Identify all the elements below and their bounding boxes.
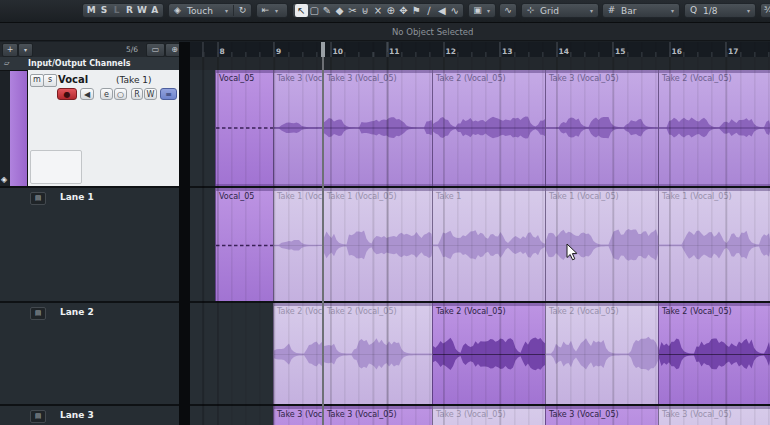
add-track-button[interactable]: + — [2, 43, 18, 57]
lane-display-button[interactable]: ▤ — [30, 307, 46, 320]
edit-channel-button[interactable]: e — [100, 88, 113, 100]
chevron-down-icon[interactable]: ▾ — [668, 7, 677, 14]
audio-event[interactable]: Take 2 (Vocal_05) — [658, 303, 770, 406]
track-name[interactable]: Vocal — [58, 74, 88, 85]
audio-event[interactable]: Take 3 (Vocal_05) — [658, 406, 770, 425]
chevron-down-icon[interactable]: ▾ — [272, 7, 281, 14]
lane-display-button[interactable]: ▤ — [30, 410, 46, 423]
automation-mode-value[interactable]: Touch — [184, 6, 222, 16]
grid-type-group: # Bar ▾ — [602, 3, 680, 18]
draw-tool[interactable]: ✎ — [321, 4, 334, 17]
scrub-tool[interactable]: ∿ — [448, 4, 461, 17]
audio-event[interactable]: Take 1 (Vocal_05) — [658, 188, 770, 303]
audio-event[interactable]: Take 1 — [432, 188, 545, 303]
automation-w-button[interactable]: W — [136, 4, 149, 17]
erase-tool[interactable]: ◆ — [333, 4, 346, 17]
color-tool-button[interactable]: ▣ — [471, 4, 484, 17]
read-automation-button[interactable]: R — [131, 88, 143, 100]
audio-event[interactable]: Take 2 (Vocal_05) — [432, 70, 545, 186]
audition-tool[interactable]: ◀ — [435, 4, 448, 17]
lane-display-button[interactable]: ▤ — [30, 192, 46, 205]
audio-event[interactable]: Take 3 (Vocal_05) — [545, 70, 658, 186]
record-arm-button[interactable]: ● — [57, 88, 77, 100]
chevron-down-icon[interactable]: ▾ — [587, 7, 596, 14]
monitor-button[interactable]: ◀ — [80, 88, 94, 100]
bar-number: 14 — [559, 47, 569, 56]
add-track-menu-button[interactable]: ▾ — [18, 43, 33, 57]
event-label: Take 3 (Vocal_05) — [327, 410, 397, 419]
event-label: Take 1 (Vocal_05) — [277, 192, 323, 201]
audio-event[interactable]: Take 3 (Vocal_05) — [273, 406, 323, 425]
audio-event[interactable]: Take 3 (Vocal_05) — [432, 406, 545, 425]
automation-r-button[interactable]: R — [123, 4, 136, 17]
automation-m-button[interactable]: M — [85, 4, 98, 17]
snap-type-value[interactable]: Grid — [537, 6, 587, 16]
automation-l-button[interactable]: L — [110, 4, 123, 17]
audio-event[interactable]: Take 1 (Vocal_05) — [323, 188, 432, 303]
audio-event[interactable]: Take 1 (Vocal_05) — [545, 188, 658, 303]
timeline-ruler[interactable]: 891011121314151617 — [190, 42, 770, 58]
audio-event[interactable]: Take 2 (Vocal_05) — [545, 303, 658, 406]
track-list-config-button[interactable]: ▭ — [146, 43, 165, 57]
audio-event[interactable]: Take 3 (Vocal_05) — [545, 406, 658, 425]
audio-event[interactable]: Take 3 (Vocal_05) — [323, 406, 432, 425]
split-tool[interactable]: ✂ — [346, 4, 359, 17]
chevron-down-icon[interactable]: ▾ — [484, 7, 493, 14]
zoom-tool[interactable]: ⊕ — [384, 4, 397, 17]
folder-icon: ▱ — [4, 59, 9, 67]
comp-tool[interactable]: ✥ — [397, 4, 410, 17]
audio-event[interactable]: Vocal_05 — [215, 188, 273, 303]
glue-tool[interactable]: ⊎ — [359, 4, 372, 17]
audio-event[interactable]: Take 3 (Vocal_05) — [273, 70, 323, 186]
solo-button[interactable]: s — [43, 74, 57, 87]
auto-scroll-button[interactable]: ⇤ — [259, 4, 272, 17]
lane-header-3[interactable]: ▤Lane 3 — [0, 404, 179, 425]
track-list-divider[interactable] — [179, 42, 190, 425]
audio-event[interactable]: Take 2 (Vocal_05) — [273, 303, 323, 406]
range-selection-tool[interactable]: ▢ — [308, 4, 321, 17]
bar-number: 9 — [276, 47, 281, 56]
lane-header-1[interactable]: ▤Lane 1 — [0, 186, 179, 301]
event-label: Take 2 (Vocal_05) — [277, 307, 323, 316]
io-channels-track[interactable]: ▱ Input/Output Channels — [0, 57, 179, 71]
event-label: Take 2 (Vocal_05) — [662, 74, 732, 83]
audio-event[interactable]: Take 2 (Vocal_05) — [432, 303, 545, 406]
lane-header-2[interactable]: ▤Lane 2 — [0, 301, 179, 404]
audio-event[interactable]: Take 1 (Vocal_05) — [273, 188, 323, 303]
audio-event[interactable]: Vocal_05 — [215, 70, 273, 186]
quantize-panel-button[interactable]: ¾ — [760, 3, 770, 18]
cubase-project-window: MSLRWA ◈ Touch ▾ ↻ ⇤ ▾ ↖▢✎◆✂⊎×⊕✥⚑∕◀∿ ▣ ▾… — [0, 0, 770, 425]
chevron-down-icon[interactable]: ▾ — [744, 7, 753, 14]
grid-type-value[interactable]: Bar — [618, 6, 668, 16]
object-selection-tool[interactable]: ↖ — [295, 4, 308, 17]
line-tool[interactable]: ∕ — [423, 4, 436, 17]
write-automation-button[interactable]: W — [144, 88, 157, 100]
inserts-placeholder-box — [30, 150, 82, 184]
active-take-label: (Take 1) — [116, 75, 152, 85]
vocal-track-events: Vocal_05Take 3 (Vocal_05)Take 3 (Vocal_0… — [190, 70, 770, 186]
project-cursor[interactable] — [322, 42, 324, 425]
event-label: Take 3 (Vocal_05) — [662, 410, 732, 419]
quantize-value[interactable]: 1/8 — [700, 6, 744, 16]
audio-event[interactable]: Take 2 (Vocal_05) — [658, 70, 770, 186]
audio-event[interactable]: Take 3 (Vocal_05) — [323, 70, 432, 186]
bar-number: 15 — [615, 47, 625, 56]
event-label: Vocal_05 — [219, 192, 254, 201]
event-label: Take 3 (Vocal_05) — [549, 74, 619, 83]
automation-s-button[interactable]: S — [98, 4, 111, 17]
show-lanes-button[interactable]: ≡ — [160, 88, 177, 100]
mute-button[interactable]: m — [30, 74, 44, 87]
chevron-down-icon[interactable]: ▾ — [222, 7, 231, 14]
event-label: Take 1 (Vocal_05) — [549, 192, 619, 201]
mute-tool[interactable]: × — [372, 4, 385, 17]
automation-panel-button[interactable]: ↻ — [236, 4, 249, 17]
audio-event[interactable]: Take 2 (Vocal_05) — [323, 303, 432, 406]
automation-a-button[interactable]: A — [148, 4, 161, 17]
marker-flag-tool[interactable]: ⚑ — [410, 4, 423, 17]
tool-buttons-group: ↖▢✎◆✂⊎×⊕✥⚑∕◀∿ — [292, 3, 464, 18]
snap-zero-crossing-button[interactable]: ∿ — [499, 3, 517, 18]
freeze-button[interactable]: ○ — [114, 88, 127, 100]
auto-scroll-group: ⇤ ▾ — [256, 3, 288, 18]
vocal-track-header[interactable]: m s Vocal (Take 1) ● ◀ e ○ R W ≡ — [28, 70, 179, 187]
automation-mode-icon: ◈ — [171, 4, 184, 17]
